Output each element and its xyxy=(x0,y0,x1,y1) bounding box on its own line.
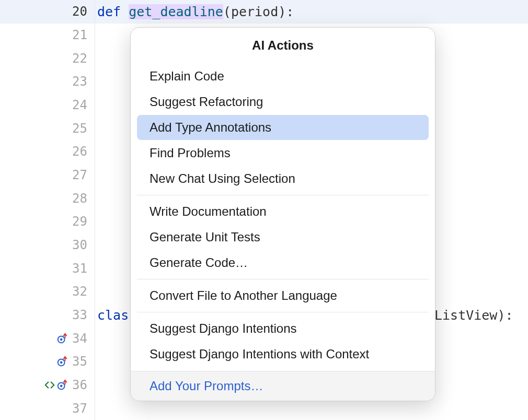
line-number: 22 xyxy=(72,51,87,66)
keyword-def: def xyxy=(97,4,129,19)
gutter-line-26[interactable]: 26 xyxy=(0,140,95,164)
override-up-icon[interactable] xyxy=(56,356,68,367)
menu-item-generate-code[interactable]: Generate Code… xyxy=(137,250,429,275)
line-number: 31 xyxy=(72,261,87,276)
visible-listview: ListView): xyxy=(434,308,513,323)
gutter-line-33[interactable]: 33 xyxy=(0,304,95,327)
line-number: 20 xyxy=(72,4,87,19)
line-number: 35 xyxy=(72,354,87,369)
popup-footer: Add Your Prompts… xyxy=(131,371,435,401)
menu-item-suggest-django-intentions[interactable]: Suggest Django Intentions xyxy=(137,316,429,341)
gutter-line-35[interactable]: 35 xyxy=(0,350,95,374)
line-number: 25 xyxy=(72,121,87,136)
gutter-line-24[interactable]: 24 xyxy=(0,94,95,117)
gutter-line-37[interactable]: 37 xyxy=(0,396,95,420)
param-name: period xyxy=(231,4,278,19)
svg-point-1 xyxy=(60,338,63,341)
gutter-line-28[interactable]: 28 xyxy=(0,186,95,210)
menu-item-suggest-django-intentions-with-context[interactable]: Suggest Django Intentions with Context xyxy=(137,342,429,367)
gutter-line-36[interactable]: 36 xyxy=(0,374,95,397)
gutter-line-32[interactable]: 32 xyxy=(0,280,95,304)
add-prompts-link[interactable]: Add Your Prompts… xyxy=(150,379,263,393)
popup-title: AI Actions xyxy=(131,28,435,63)
gutter-line-31[interactable]: 31 xyxy=(0,256,95,280)
line-number: 29 xyxy=(72,214,87,229)
ai-actions-popup: AI Actions Explain CodeSuggest Refactori… xyxy=(130,27,435,401)
function-name: get_deadline xyxy=(129,4,223,19)
line-number: 24 xyxy=(72,98,87,112)
gutter-icons-35 xyxy=(56,356,68,367)
gutter-line-21[interactable]: 21 xyxy=(0,24,95,47)
gutter-line-30[interactable]: 30 xyxy=(0,234,95,257)
menu-divider xyxy=(137,195,429,195)
override-up-icon[interactable] xyxy=(56,333,68,344)
menu-item-find-problems[interactable]: Find Problems xyxy=(137,141,429,166)
line-number: 27 xyxy=(72,168,87,182)
line-number: 28 xyxy=(72,191,87,206)
paren-open: ( xyxy=(223,4,231,19)
menu-item-explain-code[interactable]: Explain Code xyxy=(137,64,429,89)
line-number: 36 xyxy=(72,378,87,392)
code-navigate-icon[interactable] xyxy=(44,379,55,391)
keyword-class: clas xyxy=(97,308,129,323)
menu-item-write-documentation[interactable]: Write Documentation xyxy=(137,199,429,224)
menu-divider xyxy=(137,312,429,312)
gutter: 202122232425262728293031323334353637 xyxy=(0,0,95,420)
gutter-icons-34 xyxy=(56,333,68,344)
gutter-line-34[interactable]: 34 xyxy=(0,326,95,350)
gutter-icons-36 xyxy=(44,379,68,391)
code-line-20[interactable]: def get_deadline(period): xyxy=(95,0,528,24)
menu-body: Explain CodeSuggest RefactoringAdd Type … xyxy=(131,63,435,367)
line-number: 30 xyxy=(72,238,87,252)
gutter-line-27[interactable]: 27 xyxy=(0,164,95,187)
gutter-line-20[interactable]: 20 xyxy=(0,0,95,24)
gutter-line-29[interactable]: 29 xyxy=(0,210,95,234)
paren-close: ) xyxy=(278,4,286,19)
menu-item-add-type-annotations[interactable]: Add Type Annotations xyxy=(137,115,429,140)
gutter-line-25[interactable]: 25 xyxy=(0,116,95,140)
svg-point-3 xyxy=(60,361,63,364)
line-number: 37 xyxy=(72,401,87,416)
line-number: 23 xyxy=(72,74,87,89)
svg-point-5 xyxy=(60,385,63,388)
menu-item-suggest-refactoring[interactable]: Suggest Refactoring xyxy=(137,89,429,114)
colon: : xyxy=(286,4,294,19)
line-number: 34 xyxy=(72,331,87,346)
line-number: 21 xyxy=(72,28,87,42)
line-number: 32 xyxy=(72,284,87,299)
gutter-line-23[interactable]: 23 xyxy=(0,70,95,94)
override-up-icon[interactable] xyxy=(56,379,68,391)
line-number: 33 xyxy=(72,308,87,322)
gutter-line-22[interactable]: 22 xyxy=(0,46,95,70)
menu-divider xyxy=(137,279,429,279)
menu-item-new-chat-using-selection[interactable]: New Chat Using Selection xyxy=(137,166,429,191)
menu-item-generate-unit-tests[interactable]: Generate Unit Tests xyxy=(137,225,429,250)
line-number: 26 xyxy=(72,144,87,159)
menu-item-convert-file-to-another-language[interactable]: Convert File to Another Language xyxy=(137,283,429,308)
